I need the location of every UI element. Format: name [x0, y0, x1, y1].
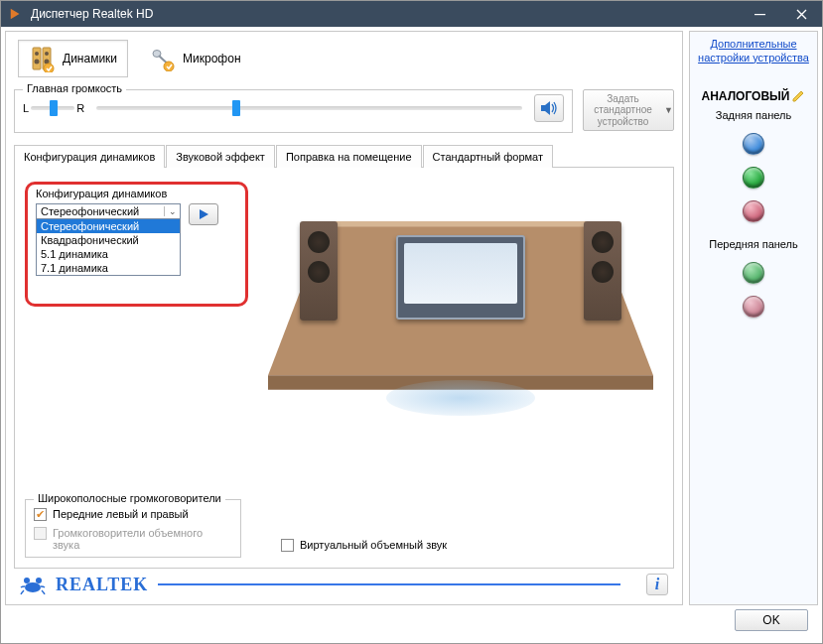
jack-front-mic[interactable] — [743, 296, 764, 318]
brand-name: REALTEK — [56, 575, 148, 595]
wideband-group: Широкополосные громкоговорители ✔ Передн… — [25, 499, 241, 558]
ok-button[interactable]: OK — [735, 609, 808, 631]
volume-row: Главная громкость L R — [14, 89, 674, 133]
virtual-surround-checkbox[interactable]: Виртуальный объемный звук — [281, 539, 447, 552]
titlebar: Диспетчер Realtek HD — [1, 1, 822, 27]
surround-speakers-label: Громкоговорители объемного звука — [53, 527, 232, 551]
device-tab-microphone[interactable]: Микрофон — [138, 40, 251, 77]
svg-point-6 — [35, 60, 40, 64]
combo-value: Стереофонический — [41, 205, 139, 217]
edit-icon[interactable] — [791, 89, 805, 103]
checkbox-icon — [34, 527, 47, 540]
tab-room-correction[interactable]: Поправка на помещение — [276, 145, 422, 168]
combo-option[interactable]: 7.1 динамика — [37, 261, 180, 275]
chevron-down-icon: ▼ — [664, 105, 673, 115]
set-default-device-button[interactable]: Задать стандартное устройство▼ — [583, 89, 674, 131]
svg-rect-1 — [754, 14, 765, 15]
chevron-down-icon: ⌄ — [164, 206, 177, 216]
balance-control[interactable]: L R — [23, 102, 84, 114]
speaker-config-combo[interactable]: Стереофонический ⌄ Стереофонический Квад… — [36, 203, 181, 276]
main-pane: Динамики Микрофон — [5, 31, 683, 605]
realtek-crab-icon — [20, 573, 46, 596]
tv-graphic — [396, 235, 525, 320]
left-speaker-graphic[interactable] — [300, 221, 338, 321]
virtual-surround-label: Виртуальный объемный звук — [300, 539, 447, 551]
surround-speakers-checkbox: Громкоговорители объемного звука — [34, 527, 232, 551]
combo-list: Стереофонический Квадрафонический 5.1 ди… — [37, 218, 180, 275]
tab-sound-effect[interactable]: Звуковой эффект — [166, 145, 275, 168]
front-speakers-label: Передние левый и правый — [53, 508, 189, 520]
svg-point-17 — [24, 578, 30, 583]
side-panel: Дополнительные настройки устройства АНАЛ… — [689, 31, 818, 605]
front-panel-label: Передняя панель — [709, 238, 798, 250]
app-window: Диспетчер Realtek HD — [0, 0, 823, 644]
device-tab-speakers[interactable]: Динамики — [18, 40, 128, 77]
checkbox-icon: ✔ — [34, 508, 47, 521]
volume-slider[interactable] — [96, 106, 522, 110]
combo-option[interactable]: Стереофонический — [37, 219, 180, 233]
balance-r-label: R — [76, 102, 84, 114]
svg-marker-11 — [541, 101, 550, 115]
speaker-config-highlight: Конфигурация динамиков Стереофонический … — [25, 182, 248, 307]
jack-line-in[interactable] — [743, 133, 764, 155]
inner-tab-row: Конфигурация динамиков Звуковой эффект П… — [14, 145, 674, 168]
close-button[interactable] — [780, 1, 822, 27]
analog-heading: АНАЛОГОВЫЙ — [702, 89, 790, 103]
tab-speaker-config[interactable]: Конфигурация динамиков — [14, 145, 165, 168]
brand-row: REALTEK i — [14, 569, 674, 600]
right-speaker-graphic[interactable] — [584, 221, 621, 321]
device-tab-speakers-label: Динамики — [63, 52, 117, 65]
svg-marker-19 — [793, 91, 803, 101]
wideband-title: Широкополосные громкоговорители — [34, 492, 225, 504]
front-speakers-checkbox[interactable]: ✔ Передние левый и правый — [34, 508, 232, 521]
brand-line — [158, 583, 620, 585]
client-area: Динамики Микрофон — [1, 27, 822, 643]
set-default-label: Задать стандартное устройство — [584, 93, 662, 128]
footer-row: OK — [5, 605, 818, 639]
microphone-icon — [149, 45, 177, 72]
device-tabs: Динамики Микрофон — [14, 38, 674, 83]
minimize-button[interactable] — [739, 1, 780, 27]
svg-point-16 — [25, 582, 41, 592]
checkbox-icon — [281, 539, 294, 552]
combo-option[interactable]: Квадрафонический — [37, 233, 180, 247]
svg-marker-12 — [200, 209, 208, 219]
device-tab-microphone-label: Микрофон — [183, 52, 240, 65]
svg-point-5 — [45, 52, 49, 56]
rear-panel-label: Задняя панель — [716, 109, 791, 121]
svg-point-18 — [36, 578, 42, 583]
volume-group-label: Главная громкость — [23, 82, 126, 94]
test-play-button[interactable] — [189, 203, 218, 225]
jack-line-out[interactable] — [743, 167, 764, 189]
jack-mic[interactable] — [743, 200, 764, 222]
svg-marker-15 — [327, 221, 594, 226]
tab-default-format[interactable]: Стандартный формат — [423, 145, 553, 168]
main-volume-group: Главная громкость L R — [14, 89, 573, 133]
jack-front-out[interactable] — [743, 262, 764, 284]
mute-button[interactable] — [534, 94, 564, 122]
tab-page: Конфигурация динамиков Стереофонический … — [14, 168, 674, 569]
balance-l-label: L — [23, 102, 29, 114]
combo-option[interactable]: 5.1 динамика — [37, 247, 180, 261]
window-title: Диспетчер Realtek HD — [31, 7, 739, 21]
advanced-settings-link[interactable]: Дополнительные настройки устройства — [696, 38, 811, 65]
speaker-config-title: Конфигурация динамиков — [36, 188, 237, 199]
svg-point-10 — [164, 62, 174, 71]
svg-rect-2 — [33, 48, 41, 69]
svg-marker-0 — [11, 9, 20, 20]
listener-glow — [386, 380, 535, 416]
info-button[interactable]: i — [646, 574, 668, 595]
app-icon — [7, 5, 25, 23]
svg-point-4 — [35, 52, 39, 56]
speakers-icon — [29, 45, 57, 72]
